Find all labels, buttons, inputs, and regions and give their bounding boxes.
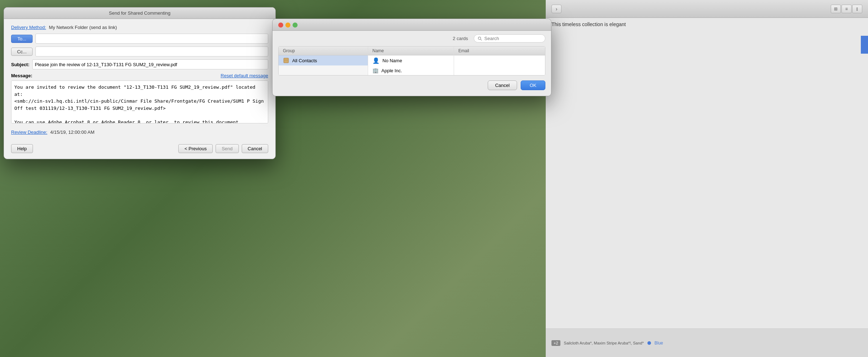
send-dialog-body: Delivery Method: My Network Folder (send… xyxy=(4,19,275,141)
sailcloth-text: Sailcloth Aruba*, Maxim Stripe Aruba*!, … xyxy=(564,341,644,345)
address-book-icon xyxy=(283,57,289,64)
person-icon: 👤 xyxy=(372,57,380,64)
contacts-ok-button[interactable]: OK xyxy=(521,80,545,90)
send-dialog-footer: Help < Previous Send Cancel xyxy=(4,141,275,159)
review-deadline-value: 4/15/19, 12:00:00 AM xyxy=(50,129,95,135)
right-top-bar: › ⊞ ≡ ⫿ xyxy=(546,0,868,18)
send-dialog-title: Send for Shared Commenting xyxy=(109,10,170,16)
blue-label: Blue xyxy=(655,341,663,346)
search-icon xyxy=(478,36,482,41)
right-subtitle: This timeless collection is elegant xyxy=(546,18,868,31)
group-item-all-contacts[interactable]: All Contacts xyxy=(279,55,368,65)
cc-row: Cc... xyxy=(11,47,268,57)
message-header: Message: Reset default message xyxy=(11,73,268,78)
footer-left: Help xyxy=(11,144,33,153)
subject-row: Subject: xyxy=(11,59,268,69)
to-input[interactable] xyxy=(35,34,268,44)
reset-default-message-link[interactable]: Reset default message xyxy=(221,73,268,78)
columns-view-button[interactable]: ⫿ xyxy=(852,5,862,13)
email-column-header: Email xyxy=(454,47,545,55)
cancel-button[interactable]: Cancel xyxy=(242,144,268,153)
view-toggle: ⊞ ≡ ⫿ xyxy=(831,5,862,13)
bottom-right-info: +2 Sailcloth Aruba*, Maxim Stripe Aruba*… xyxy=(546,328,868,357)
cards-count: 2 cards xyxy=(453,36,468,41)
footer-right: < Previous Send Cancel xyxy=(178,144,268,153)
name-list: 👤 No Name 🏢 Apple Inc. xyxy=(368,55,454,75)
name-column-header: Name xyxy=(368,47,454,55)
contact-no-name[interactable]: 👤 No Name xyxy=(368,55,454,66)
contacts-cancel-button[interactable]: Cancel xyxy=(488,80,517,90)
group-label: All Contacts xyxy=(292,58,317,63)
send-dialog: Send for Shared Commenting Delivery Meth… xyxy=(4,7,276,159)
blue-dot-icon xyxy=(647,341,651,345)
previous-button[interactable]: < Previous xyxy=(178,144,213,153)
right-app-panel: › ⊞ ≡ ⫿ This timeless collection is eleg… xyxy=(546,0,868,357)
contacts-footer: Cancel OK xyxy=(278,80,545,90)
delivery-method-value: My Network Folder (send as link) xyxy=(49,25,117,30)
contact-name-no-name: No Name xyxy=(382,58,402,63)
contacts-columns: Group All Contacts Name xyxy=(278,46,545,75)
deadline-row: Review Deadline: 4/15/19, 12:00:00 AM xyxy=(11,129,268,135)
contacts-titlebar xyxy=(273,19,551,31)
email-column: Email xyxy=(454,47,545,75)
subject-label: Subject: xyxy=(11,62,29,67)
contact-name-apple-inc: Apple Inc. xyxy=(381,68,402,73)
group-column: Group All Contacts xyxy=(279,47,368,75)
svg-rect-3 xyxy=(284,59,288,62)
delivery-row: Delivery Method: My Network Folder (send… xyxy=(11,25,268,30)
grid-view-button[interactable]: ⊞ xyxy=(831,5,841,13)
send-button[interactable]: Send xyxy=(216,144,238,153)
minimize-button[interactable] xyxy=(285,23,290,28)
close-button[interactable] xyxy=(278,23,283,28)
contacts-search-row: 2 cards xyxy=(278,34,545,43)
svg-line-1 xyxy=(481,39,482,40)
right-blue-badge xyxy=(861,36,868,54)
group-list: All Contacts xyxy=(279,55,368,65)
send-dialog-titlebar: Send for Shared Commenting xyxy=(4,8,275,19)
company-icon: 🏢 xyxy=(372,68,378,73)
help-button[interactable]: Help xyxy=(11,144,33,153)
message-label: Message: xyxy=(11,73,32,78)
to-row: To... xyxy=(11,34,268,44)
list-view-button[interactable]: ≡ xyxy=(842,5,852,13)
delivery-method-label[interactable]: Delivery Method: xyxy=(11,25,46,30)
to-button[interactable]: To... xyxy=(11,35,33,43)
search-box[interactable] xyxy=(474,34,545,43)
group-column-header: Group xyxy=(279,47,368,55)
name-column: Name 👤 No Name 🏢 Apple Inc. xyxy=(368,47,454,75)
nav-forward-button[interactable]: › xyxy=(551,5,561,13)
contacts-body: 2 cards Group xyxy=(273,31,551,96)
contact-apple-inc[interactable]: 🏢 Apple Inc. xyxy=(368,66,454,75)
contacts-dialog: 2 cards Group xyxy=(272,19,551,96)
message-textarea[interactable] xyxy=(11,80,268,123)
plus-badge: +2 xyxy=(551,340,560,346)
traffic-lights xyxy=(278,23,298,28)
review-deadline-label[interactable]: Review Deadline: xyxy=(11,129,47,135)
maximize-button[interactable] xyxy=(293,23,298,28)
cc-button[interactable]: Cc... xyxy=(11,48,33,56)
cc-input[interactable] xyxy=(35,47,268,57)
subject-input[interactable] xyxy=(32,59,268,69)
search-input[interactable] xyxy=(484,36,541,41)
